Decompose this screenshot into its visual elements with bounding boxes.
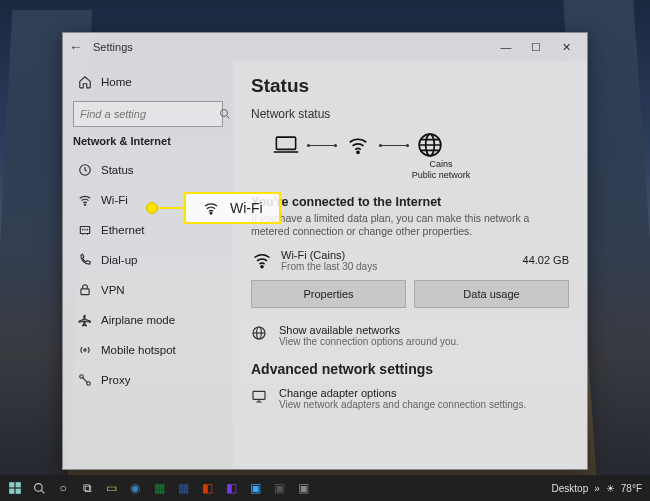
word-icon[interactable]: ▦ <box>172 477 194 499</box>
properties-button[interactable]: Properties <box>251 280 406 308</box>
window-title: Settings <box>89 41 491 53</box>
globe-icon <box>415 133 445 157</box>
callout-line <box>158 207 184 209</box>
sidebar-item-proxy[interactable]: Proxy <box>73 365 223 395</box>
app-icon[interactable]: ◧ <box>196 477 218 499</box>
sidebar-item-label: Airplane mode <box>101 314 175 326</box>
weather-icon[interactable]: ☀ <box>606 483 615 494</box>
adapter-icon <box>251 387 269 404</box>
temperature: 78°F <box>621 483 642 494</box>
svg-rect-20 <box>16 489 21 494</box>
hotspot-icon <box>77 343 93 357</box>
svg-point-12 <box>261 266 263 268</box>
app-icon-3[interactable]: ▣ <box>268 477 290 499</box>
callout-label: Wi-Fi <box>230 200 263 216</box>
maximize-button[interactable]: ☐ <box>521 41 551 54</box>
wifi-node-icon <box>343 133 373 157</box>
sidebar-item-label: Dial-up <box>101 254 137 266</box>
photoshop-icon[interactable]: ▣ <box>244 477 266 499</box>
start-button[interactable] <box>4 477 26 499</box>
page-heading: Status <box>251 75 569 97</box>
dialup-icon <box>77 253 93 267</box>
cortana-icon[interactable]: ○ <box>52 477 74 499</box>
sidebar-item-hotspot[interactable]: Mobile hotspot <box>73 335 223 365</box>
svg-rect-15 <box>253 391 265 399</box>
wifi-usage-icon <box>251 250 273 270</box>
app-icon-4[interactable]: ▣ <box>292 477 314 499</box>
data-usage-button[interactable]: Data usage <box>414 280 569 308</box>
airplane-icon <box>77 313 93 327</box>
tray-label: Desktop <box>552 483 589 494</box>
taskbar: ○ ⧉ ▭ ◉ ▦ ▦ ◧ ◧ ▣ ▣ ▣ Desktop » ☀ 78°F <box>0 475 650 501</box>
sidebar-home-label: Home <box>101 76 132 88</box>
callout-box: Wi-Fi <box>184 192 281 224</box>
tray-chevron-icon[interactable]: » <box>594 483 600 494</box>
ethernet-icon <box>77 223 93 237</box>
explorer-icon[interactable]: ▭ <box>100 477 122 499</box>
globe-small-icon <box>251 324 269 341</box>
sidebar-item-label: Mobile hotspot <box>101 344 176 356</box>
sidebar-item-label: Ethernet <box>101 224 144 236</box>
status-icon <box>77 163 93 177</box>
svg-rect-8 <box>276 137 295 149</box>
close-button[interactable]: ✕ <box>551 41 581 54</box>
search-input[interactable] <box>80 108 219 120</box>
svg-point-2 <box>84 204 85 205</box>
svg-rect-4 <box>81 289 89 295</box>
taskview-icon[interactable]: ⧉ <box>76 477 98 499</box>
show-networks-title: Show available networks <box>279 324 459 336</box>
sidebar-item-label: Status <box>101 164 134 176</box>
laptop-icon <box>271 133 301 157</box>
usage-name: Wi-Fi (Cains) <box>281 249 515 261</box>
sidebar-item-label: Proxy <box>101 374 130 386</box>
home-icon <box>77 75 93 89</box>
diagram-label: Cains Public network <box>313 159 569 181</box>
connected-desc: If you have a limited data plan, you can… <box>251 212 569 239</box>
minimize-button[interactable]: — <box>491 41 521 53</box>
vpn-icon <box>77 283 93 297</box>
adapter-desc: View network adapters and change connect… <box>279 399 526 410</box>
show-networks-desc: View the connection options around you. <box>279 336 459 347</box>
wifi-callout: Wi-Fi <box>146 192 281 224</box>
sidebar-item-dialup[interactable]: Dial-up <box>73 245 223 275</box>
search-icon <box>219 108 231 120</box>
sidebar-item-status[interactable]: Status <box>73 155 223 185</box>
svg-rect-19 <box>9 489 14 494</box>
wifi-icon <box>77 193 93 207</box>
usage-row: Wi-Fi (Cains) From the last 30 days 44.0… <box>251 249 569 272</box>
proxy-icon <box>77 373 93 387</box>
edge-icon[interactable]: ◉ <box>124 477 146 499</box>
svg-rect-17 <box>9 482 14 487</box>
usage-amount: 44.02 GB <box>523 254 569 266</box>
svg-point-9 <box>357 151 359 153</box>
svg-point-5 <box>84 349 86 351</box>
search-box[interactable] <box>73 101 223 127</box>
adapter-options-link[interactable]: Change adapter options View network adap… <box>251 387 569 410</box>
excel-icon[interactable]: ▦ <box>148 477 170 499</box>
network-diagram <box>271 133 569 157</box>
advanced-heading: Advanced network settings <box>251 361 569 377</box>
titlebar: ← Settings — ☐ ✕ <box>63 33 587 61</box>
sidebar-item-airplane[interactable]: Airplane mode <box>73 305 223 335</box>
back-button[interactable]: ← <box>69 39 89 55</box>
show-networks-link[interactable]: Show available networks View the connect… <box>251 324 569 347</box>
settings-window: ← Settings — ☐ ✕ Home Network & Internet… <box>62 32 588 470</box>
sidebar: Home Network & Internet Status Wi-Fi Eth… <box>63 61 233 469</box>
svg-point-0 <box>221 110 228 117</box>
adapter-title: Change adapter options <box>279 387 526 399</box>
callout-dot <box>146 202 158 214</box>
sidebar-item-vpn[interactable]: VPN <box>73 275 223 305</box>
app-icon-2[interactable]: ◧ <box>220 477 242 499</box>
usage-period: From the last 30 days <box>281 261 515 272</box>
main-panel: Status Network status Cains Public netwo… <box>233 61 587 469</box>
sidebar-category: Network & Internet <box>73 135 223 147</box>
connected-title: You're connected to the Internet <box>251 195 569 209</box>
sidebar-item-label: Wi-Fi <box>101 194 128 206</box>
svg-point-16 <box>210 213 212 215</box>
wifi-callout-icon <box>202 200 220 216</box>
sidebar-home[interactable]: Home <box>73 67 223 97</box>
section-subheading: Network status <box>251 107 569 121</box>
svg-rect-18 <box>16 482 21 487</box>
search-task-icon[interactable] <box>28 477 50 499</box>
system-tray[interactable]: Desktop » ☀ 78°F <box>552 483 646 494</box>
